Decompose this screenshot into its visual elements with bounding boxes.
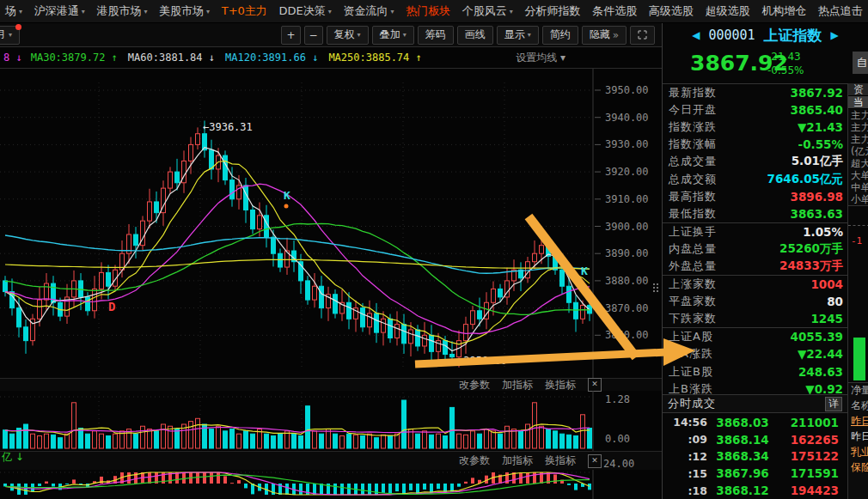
toolbar-button-1[interactable]: − <box>304 26 323 45</box>
menu-item-2[interactable]: 港股市场▾ <box>96 3 147 19</box>
ma-legend-item-3: MA250:3885.74 ↑ <box>328 52 421 64</box>
menu-item-6[interactable]: 资金流向▾ <box>343 3 394 19</box>
strip-row-3[interactable]: 昨日 <box>848 429 868 445</box>
menu-item-0[interactable]: 场▾ <box>5 3 22 19</box>
vol-toolbar-add-indicator[interactable]: 加指标 <box>502 378 533 393</box>
strip-row-5[interactable]: 保险 <box>848 460 868 476</box>
quote-row-14: 上证A股4055.39 <box>663 327 847 345</box>
ma-settings-button[interactable]: 设置均线 ▾ <box>516 51 658 65</box>
quote-row-9: 内盘总量25260万手 <box>663 240 847 258</box>
strip-tab-1[interactable]: 当 <box>848 96 868 109</box>
svg-text:←3850.60: ←3850.60 <box>457 355 507 367</box>
quote-row-value: 7646.05亿元 <box>767 172 844 187</box>
menu-item-10[interactable]: 条件选股 <box>592 3 637 19</box>
chevron-down-icon: ▾ <box>82 8 85 15</box>
quote-row-13: 下跌家数1245 <box>663 310 847 327</box>
menu-item-label: 美股市场 <box>159 3 204 19</box>
strip-row-4[interactable]: 乳业 <box>848 445 868 460</box>
add-favorite-button[interactable]: 自 <box>853 52 868 74</box>
toolbar-button-3[interactable]: 叠加▾ <box>372 26 414 45</box>
toolbar-button-group: +−复权▾叠加▾筹码画线显示▾简约隐藏» <box>281 26 662 45</box>
strip-row-2[interactable]: 昨日 <box>848 414 868 429</box>
main-candlestick-chart[interactable]: 3950.003940.003930.003920.003910.003900.… <box>0 69 662 378</box>
quote-row-label: 指数涨跌 <box>669 119 717 135</box>
quote-row-value: 1245 <box>810 312 843 326</box>
toolbar-button-label: 隐藏 <box>590 27 610 42</box>
fullscreen-button[interactable] <box>630 26 655 45</box>
ind-close-button[interactable]: ✕ <box>588 454 602 468</box>
quote-row-label: 最新指数 <box>669 85 717 100</box>
toolbar-button-6[interactable]: 显示▾ <box>497 26 539 45</box>
ma-legend-item-2: MA120:3891.66 ↓ <box>225 52 318 64</box>
chevron-down-icon: ▾ <box>328 8 332 15</box>
strip-label-3: (亿元 <box>848 145 868 157</box>
prev-symbol-button[interactable]: ◀ <box>692 29 700 41</box>
tick-price: 3868.03 <box>707 416 778 429</box>
menu-item-13[interactable]: 机构增仓 <box>761 3 806 19</box>
menu-item-4[interactable]: T+0主力 <box>222 3 267 19</box>
chevron-down-icon: ▾ <box>206 8 210 15</box>
menu-item-11[interactable]: 高级选股 <box>649 3 694 19</box>
menu-item-12[interactable]: 超级选股 <box>706 3 750 19</box>
ma-legend-partial: 8 ↓ <box>3 52 22 64</box>
indicator-pane-toolbar: 改参数加指标换指标✕ <box>0 451 662 470</box>
menu-item-14[interactable]: 热点追击 <box>818 3 863 19</box>
tick-time: :18 <box>663 484 707 497</box>
volume-pane-toolbar: 改参数加指标换指标✕ <box>0 378 662 391</box>
ind-toolbar-params[interactable]: 改参数 <box>459 453 490 468</box>
tick-detail-button[interactable]: 详 <box>825 397 842 411</box>
menu-item-7[interactable]: 热门板块 <box>406 3 450 19</box>
toolbar-button-label: 筹码 <box>425 27 446 42</box>
quote-row-11: 上涨家数1004 <box>663 275 847 293</box>
quote-row-label: 平盘家数 <box>669 294 717 309</box>
svg-text:3940.00: 3940.00 <box>605 112 649 124</box>
quote-row-8: 上证换手1.05% <box>663 222 847 240</box>
volume-pane[interactable]: 1.280.00 <box>0 391 662 451</box>
menu-item-3[interactable]: 美股市场▾ <box>159 3 210 19</box>
quote-row-value: ▼22.44 <box>798 347 843 361</box>
chevron-down-icon: ▾ <box>9 31 12 39</box>
next-symbol-button[interactable]: ▶ <box>831 29 839 41</box>
vol-toolbar-params[interactable]: 改参数 <box>459 378 490 393</box>
quote-row-3: 指数涨幅-0.55% <box>663 136 847 153</box>
menu-item-8[interactable]: 个股风云▾ <box>462 3 513 19</box>
vol-close-button[interactable]: ✕ <box>588 378 602 392</box>
svg-text:3920.00: 3920.00 <box>605 166 649 178</box>
chevron-down-icon: ▾ <box>19 8 22 15</box>
quote-row-value: 5.01亿手 <box>792 154 843 169</box>
toolbar-button-4[interactable]: 筹码 <box>418 26 454 45</box>
toolbar-button-5[interactable]: 画线 <box>457 26 493 45</box>
quote-row-value: 248.63 <box>798 365 843 379</box>
notification-dot <box>15 24 21 30</box>
mini-chart-bar <box>853 338 865 380</box>
chevron-down-icon: ▾ <box>390 8 394 15</box>
menu-item-1[interactable]: 沪深港通▾ <box>34 3 85 19</box>
toolbar-button-2[interactable]: 复权▾ <box>327 26 369 45</box>
toolbar-button-0[interactable]: + <box>281 26 300 45</box>
menu-item-5[interactable]: DDE决策▾ <box>279 3 332 19</box>
ind-toolbar-add-indicator[interactable]: 加指标 <box>502 453 533 468</box>
tick-time: :12 <box>663 450 707 463</box>
quote-row-label: 总成交量 <box>669 154 717 169</box>
quote-row-6: 最高指数3896.98 <box>663 188 847 205</box>
strip-row-0: 净量 <box>848 383 868 399</box>
quote-row-label: 下跌家数 <box>669 311 717 326</box>
period-selector-button[interactable]: 月 ▾ <box>0 26 20 45</box>
ma-legend-items: MA30:3879.72 ↑MA60:3881.84 ↓MA120:3891.6… <box>31 52 432 64</box>
chevron-down-icon: ▾ <box>144 8 147 15</box>
indicator-pane[interactable] <box>0 470 662 499</box>
menu-item-9[interactable]: 分析师指数 <box>525 3 581 19</box>
right-edge-strip: 资当主力主力主力(亿元超大大单中单小单-1净量名称昨日昨日乳业保险 <box>847 83 868 499</box>
quote-row-value: 80 <box>827 295 843 308</box>
tick-time: 14:56 <box>663 416 707 429</box>
toolbar-button-label: 画线 <box>465 27 486 42</box>
fullscreen-icon <box>638 30 647 40</box>
strip-tab-0[interactable]: 资 <box>848 83 868 96</box>
chevron-down-icon: ▾ <box>358 31 361 39</box>
toolbar-button-7[interactable]: 简约 <box>542 26 578 45</box>
vol-toolbar-switch-indicator[interactable]: 换指标 <box>545 378 576 393</box>
tick-volume: 171591 <box>778 466 847 480</box>
menu-item-label: 条件选股 <box>592 3 637 19</box>
toolbar-button-8[interactable]: 隐藏» <box>582 26 627 45</box>
ind-toolbar-switch-indicator[interactable]: 换指标 <box>545 453 576 468</box>
